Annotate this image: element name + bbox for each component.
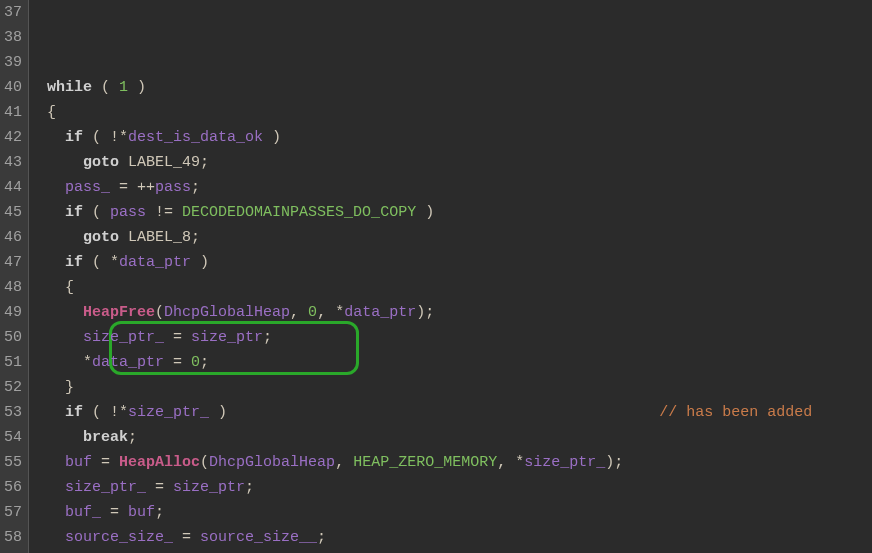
token-op: ); xyxy=(605,454,623,471)
token-op: = xyxy=(173,529,200,546)
code-line: } xyxy=(29,375,872,400)
token-op: = xyxy=(92,454,119,471)
line-number: 50 xyxy=(4,325,22,350)
token-kw: if xyxy=(65,254,83,271)
token-var: size_ptr xyxy=(173,479,245,496)
token-op: ( xyxy=(155,304,164,321)
line-number: 45 xyxy=(4,200,22,225)
token-op: ) xyxy=(263,129,281,146)
token-var: data_ptr xyxy=(119,254,191,271)
line-number: 41 xyxy=(4,100,22,125)
line-number: 52 xyxy=(4,375,22,400)
token-kw: break xyxy=(83,429,128,446)
code-line: source_size_ = source_size__; xyxy=(29,525,872,550)
token-op: , * xyxy=(317,304,344,321)
token-kw: while xyxy=(47,79,92,96)
token-op: ; xyxy=(200,154,209,171)
line-number: 43 xyxy=(4,150,22,175)
token-label: LABEL_49 xyxy=(128,154,200,171)
code-line: size_ptr_ = size_ptr; xyxy=(29,325,872,350)
token-num: 0 xyxy=(308,304,317,321)
token-const: DECODEDOMAINPASSES_DO_COPY xyxy=(182,204,416,221)
comment: // has been added xyxy=(659,404,812,421)
line-number: 48 xyxy=(4,275,22,300)
token-op: ; xyxy=(155,504,164,521)
token-op: ; xyxy=(263,329,272,346)
token-var: DhcpGlobalHeap xyxy=(164,304,290,321)
token-var: pass xyxy=(110,204,146,221)
token-op: = xyxy=(164,329,191,346)
token-op: , xyxy=(335,454,353,471)
line-number: 40 xyxy=(4,75,22,100)
line-number: 46 xyxy=(4,225,22,250)
line-number: 38 xyxy=(4,25,22,50)
line-number: 54 xyxy=(4,425,22,450)
line-number: 44 xyxy=(4,175,22,200)
code-line: break; xyxy=(29,425,872,450)
code-line: { xyxy=(29,100,872,125)
token-op: ; xyxy=(200,354,209,371)
token-var: dest_is_data_ok xyxy=(128,129,263,146)
token-var: size_ptr_ xyxy=(128,404,209,421)
token-op: ; xyxy=(191,229,200,246)
token-var: size_ptr xyxy=(191,329,263,346)
token-op: = xyxy=(101,504,128,521)
token-op: { xyxy=(65,279,74,296)
line-number: 37 xyxy=(4,0,22,25)
line-number: 42 xyxy=(4,125,22,150)
code-editor: 3738394041424344454647484950515253545556… xyxy=(0,0,872,553)
token-var: source_size_ xyxy=(65,529,173,546)
token-kw: goto xyxy=(83,154,119,171)
line-number: 53 xyxy=(4,400,22,425)
token-op: ) xyxy=(128,79,146,96)
token-op: ; xyxy=(317,529,326,546)
token-op: ( * xyxy=(83,254,119,271)
token-var: data_ptr xyxy=(344,304,416,321)
code-line: goto LABEL_8; xyxy=(29,225,872,250)
line-number: 49 xyxy=(4,300,22,325)
token-op: ) xyxy=(191,254,209,271)
token-op: ( xyxy=(200,454,209,471)
line-number: 56 xyxy=(4,475,22,500)
token-op: != xyxy=(146,204,182,221)
line-number: 47 xyxy=(4,250,22,275)
token-label: LABEL_8 xyxy=(128,229,191,246)
token-fn: HeapFree xyxy=(83,304,155,321)
code-line: pass_ = ++pass; xyxy=(29,175,872,200)
token-num: 0 xyxy=(191,354,200,371)
code-line: if ( pass != DECODEDOMAINPASSES_DO_COPY … xyxy=(29,200,872,225)
code-line: buf_ = buf; xyxy=(29,500,872,525)
token-kw: goto xyxy=(83,229,119,246)
token-op: ( !* xyxy=(83,404,128,421)
token-var: buf xyxy=(128,504,155,521)
token-op: = ++ xyxy=(110,179,155,196)
token-var: size_ptr_ xyxy=(65,479,146,496)
token-const: HEAP_ZERO_MEMORY xyxy=(353,454,497,471)
code-line: *data_ptr = 0; xyxy=(29,350,872,375)
token-op: ) xyxy=(209,404,227,421)
line-number-gutter: 3738394041424344454647484950515253545556… xyxy=(0,0,29,553)
token-op: = xyxy=(146,479,173,496)
token-var: size_ptr_ xyxy=(83,329,164,346)
code-line: if ( !*dest_is_data_ok ) xyxy=(29,125,872,150)
code-line: while ( 1 ) xyxy=(29,75,872,100)
token-var: size_ptr_ xyxy=(524,454,605,471)
token-op: ( xyxy=(92,79,119,96)
token-op: } xyxy=(65,379,74,396)
token-op: ); xyxy=(416,304,434,321)
token-var: DhcpGlobalHeap xyxy=(209,454,335,471)
token-kw: if xyxy=(65,129,83,146)
token-var: pass xyxy=(155,179,191,196)
code-line: if ( *data_ptr ) xyxy=(29,250,872,275)
token-var: data_ptr xyxy=(92,354,164,371)
line-number: 51 xyxy=(4,350,22,375)
token-op xyxy=(119,229,128,246)
token-var: source_size__ xyxy=(200,529,317,546)
token-var: buf xyxy=(65,454,92,471)
token-op: ) xyxy=(416,204,434,221)
token-op: { xyxy=(47,104,56,121)
token-var: pass_ xyxy=(65,179,110,196)
line-number: 58 xyxy=(4,525,22,550)
token-op: ; xyxy=(245,479,254,496)
code-area: while ( 1 ) { if ( !*dest_is_data_ok ) g… xyxy=(29,0,872,553)
